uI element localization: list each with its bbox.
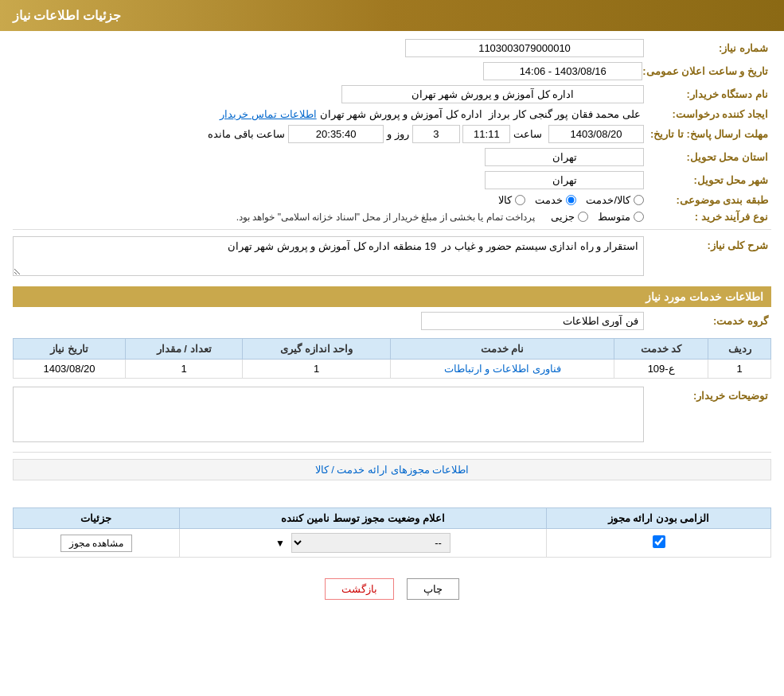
content-area: شماره نیاز: تاریخ و ساعت اعلان عمومی: نا… <box>0 31 784 620</box>
page-header: جزئیات اطلاعات نیاز <box>0 0 784 31</box>
radio-kala: کالا <box>498 194 525 206</box>
cell-kod: ع-109 <box>614 360 708 379</box>
license-table: الزامی بودن ارائه مجوز اعلام وضعیت مجوز … <box>13 507 771 558</box>
spacer <box>13 484 771 500</box>
vaziat-select[interactable]: -- <box>291 533 451 553</box>
radio-kala-khadamat-input[interactable] <box>634 195 644 205</box>
mohlat-time-input[interactable] <box>462 125 510 143</box>
nam-dastgah-label: نام دستگاه خریدار: <box>644 88 771 100</box>
ijad-konande-org: اداره کل آموزش و پرورش شهر تهران <box>320 108 483 120</box>
nove-farayand-row: نوع فرآیند خرید : متوسط جزیی پرداخت تمام… <box>13 211 771 223</box>
ijad-konande-row: ایجاد کننده درخواست: علی محمد فقان پور گ… <box>13 108 771 120</box>
mohlat-time-label: ساعت <box>513 128 542 140</box>
col-radif: ردیف <box>708 339 771 360</box>
mohlat-days-input[interactable] <box>412 125 460 143</box>
tarikh-row: تاریخ و ساعت اعلان عمومی: <box>13 62 771 80</box>
back-button[interactable]: بازگشت <box>325 578 394 600</box>
tozihat-area <box>13 387 644 442</box>
license-cell-joziyat: مشاهده مجوز <box>14 529 180 558</box>
chevron-down-icon: ▼ <box>275 538 285 549</box>
col-tedad: تعداد / مقدار <box>125 339 242 360</box>
license-cell-elzami <box>547 529 771 558</box>
services-table-section: ردیف کد خدمت نام خدمت واحد اندازه گیری ت… <box>13 338 771 379</box>
cell-tarikh: 1403/08/20 <box>14 360 126 379</box>
radio-kala-input[interactable] <box>515 195 525 205</box>
tarikh-label: تاریخ و ساعت اعلان عمومی: <box>642 65 771 77</box>
nam-dastgah-input[interactable] <box>341 85 644 103</box>
tamase-kharidar-link[interactable]: اطلاعات تماس خریدار <box>220 108 316 120</box>
shomare-niaz-input[interactable] <box>405 39 644 57</box>
radio-khadamat-input[interactable] <box>566 195 576 205</box>
nove-farayand-label: نوع فرآیند خرید : <box>644 211 771 223</box>
radio-jozi: جزیی <box>551 211 588 223</box>
ijad-konande-label: ایجاد کننده درخواست: <box>644 108 771 120</box>
mohlat-days-label: روز و <box>387 128 409 140</box>
shahr-input[interactable] <box>485 171 644 189</box>
garoh-khadamat-input[interactable] <box>421 312 644 330</box>
footer-buttons: چاپ بازگشت <box>13 566 771 612</box>
nam-dastgah-row: نام دستگاه خریدار: <box>13 85 771 103</box>
radio-khadamat-label: خدمت <box>535 194 563 206</box>
ostan-row: استان محل تحویل: <box>13 148 771 166</box>
sharh-kolli-row: شرح کلی نیاز: استقرار و راه اندازی سیستم… <box>13 236 771 278</box>
cell-tedad: 1 <box>125 360 242 379</box>
radio-jozi-label: جزیی <box>551 211 575 223</box>
radio-kala-khadamat: کالا/خدمت <box>586 194 644 206</box>
mojazat-header: اطلاعات مجوزهای ارائه خدمت / کالا <box>13 459 771 480</box>
license-col-vaziat: اعلام وضعیت مجوز توسط نامین کننده <box>179 508 546 529</box>
col-tarikh: تاریخ نیاز <box>14 339 126 360</box>
garoh-khadamat-row: گروه خدمت: <box>13 312 771 330</box>
mohlat-label: مهلت ارسال پاسخ: تا تاریخ: <box>644 128 771 140</box>
mohlat-date-input[interactable] <box>548 125 644 143</box>
tozihat-row: توضیحات خریدار: <box>13 387 771 445</box>
tozihat-container <box>13 387 644 445</box>
garoh-khadamat-label: گروه خدمت: <box>644 315 771 327</box>
sharh-kolli-label: شرح کلی نیاز: <box>644 236 771 251</box>
shahr-row: شهر محل تحویل: <box>13 171 771 189</box>
sharh-kolli-container: استقرار و راه اندازی سیستم حضور و غیاب د… <box>13 236 644 278</box>
radio-motavasset: متوسط <box>598 211 644 223</box>
radio-jozi-input[interactable] <box>578 212 588 222</box>
purchase-type-note: پرداخت تمام یا بخشی از مبلغ خریدار از مح… <box>236 212 535 223</box>
radio-motavasset-input[interactable] <box>634 212 644 222</box>
vaziat-container: -- ▼ <box>186 533 540 553</box>
radio-kala-label: کالا <box>498 194 512 206</box>
radio-motavasset-label: متوسط <box>598 211 630 223</box>
tabaqeh-label: طبقه بندی موضوعی: <box>644 194 771 206</box>
license-col-elzami: الزامی بودن ارائه مجوز <box>547 508 771 529</box>
sharh-kolli-textarea[interactable]: استقرار و راه اندازی سیستم حضور و غیاب د… <box>13 236 644 276</box>
cell-radif: 1 <box>708 360 771 379</box>
mohlat-remaining-input[interactable] <box>288 125 384 143</box>
mohlat-row: مهلت ارسال پاسخ: تا تاریخ: ساعت روز و سا… <box>13 125 771 143</box>
ostan-label: استان محل تحویل: <box>644 151 771 163</box>
col-vahed: واحد اندازه گیری <box>243 339 391 360</box>
page-wrapper: جزئیات اطلاعات نیاز شماره نیاز: تاریخ و … <box>0 0 784 696</box>
col-nam: نام خدمت <box>391 339 614 360</box>
radio-kala-khadamat-label: کالا/خدمت <box>586 194 630 206</box>
license-row: -- ▼ مشاهده مجوز <box>14 529 771 558</box>
shomare-niaz-label: شماره نیاز: <box>644 42 771 54</box>
page-title: جزئیات اطلاعات نیاز <box>13 9 121 22</box>
cell-vahed: 1 <box>243 360 391 379</box>
divider1 <box>13 229 771 230</box>
tabaqeh-row: طبقه بندی موضوعی: کالا/خدمت خدمت کالا <box>13 194 771 206</box>
shomare-niaz-row: شماره نیاز: <box>13 39 771 57</box>
tarikh-input[interactable] <box>483 62 642 80</box>
tabaqeh-radio-group: کالا/خدمت خدمت کالا <box>498 194 644 206</box>
mohlat-remaining-label: ساعت باقی مانده <box>208 128 285 140</box>
print-button[interactable]: چاپ <box>407 578 459 600</box>
cell-nam: فناوری اطلاعات و ارتباطات <box>391 360 614 379</box>
ostan-input[interactable] <box>485 148 644 166</box>
mojazat-title: اطلاعات مجوزهای ارائه خدمت / کالا <box>315 464 470 476</box>
license-col-joziyat: جزئیات <box>14 508 180 529</box>
khadamat-section-title: اطلاعات خدمات مورد نیاز <box>13 286 771 307</box>
license-table-section: الزامی بودن ارائه مجوز اعلام وضعیت مجوز … <box>13 507 771 558</box>
shahr-label: شهر محل تحویل: <box>644 174 771 186</box>
elzami-checkbox[interactable] <box>653 535 665 548</box>
view-mojaz-button[interactable]: مشاهده مجوز <box>60 535 132 552</box>
table-row: 1 ع-109 فناوری اطلاعات و ارتباطات 1 1 14… <box>14 360 771 379</box>
nove-farayand-radio-group: متوسط جزیی پرداخت تمام یا بخشی از مبلغ خ… <box>236 211 644 223</box>
divider2 <box>13 452 771 453</box>
ijad-konande-value: علی محمد فقان پور گنجی کار برداز <box>489 108 641 120</box>
radio-khadamat: خدمت <box>535 194 576 206</box>
